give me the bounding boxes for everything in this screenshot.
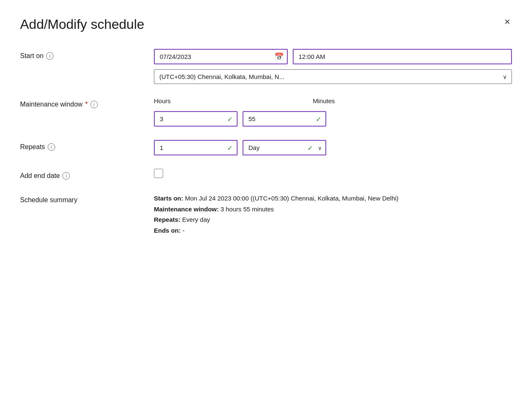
repeats-info-icon[interactable]: i: [48, 143, 55, 151]
repeats-bold-label: Repeats:: [154, 216, 180, 223]
repeats-label: Repeats i: [20, 140, 154, 151]
timezone-select-wrapper: (UTC+05:30) Chennai, Kolkata, Mumbai, N.…: [154, 69, 512, 84]
start-on-info-icon[interactable]: i: [46, 52, 54, 60]
maintenance-summary-value: 3 hours 55 minutes: [220, 206, 274, 213]
summary-repeats: Repeats: Every day: [154, 214, 512, 225]
minutes-input[interactable]: [243, 111, 326, 127]
repeats-controls: ✓ Day Week Month ✓ ∨: [154, 140, 512, 155]
summary-content: Starts on: Mon Jul 24 2023 00:00 ((UTC+0…: [154, 193, 512, 236]
start-on-label: Start on i: [20, 49, 154, 60]
dialog: Add/Modify schedule × Start on i 📅 (UTC+…: [0, 0, 532, 396]
date-input[interactable]: [154, 49, 288, 64]
end-date-checkbox[interactable]: [154, 169, 163, 178]
hours-input-wrapper: ✓: [154, 111, 238, 127]
repeats-count-input[interactable]: [154, 140, 238, 155]
add-end-date-row: Add end date i: [20, 169, 512, 180]
end-date-checkbox-wrapper: [154, 169, 512, 178]
summary-maintenance: Maintenance window: 3 hours 55 minutes: [154, 204, 512, 215]
summary-ends-on: Ends on: -: [154, 225, 512, 236]
starts-on-bold-label: Starts on:: [154, 195, 183, 202]
maintenance-window-row: Maintenance window * i Hours Minutes ✓ ✓: [20, 97, 512, 127]
repeats-row: Repeats i ✓ Day Week Month ✓ ∨: [20, 140, 512, 155]
repeats-inputs: ✓ Day Week Month ✓ ∨: [154, 140, 512, 155]
starts-on-value: Mon Jul 24 2023 00:00 ((UTC+05:30) Chenn…: [185, 195, 399, 202]
timezone-row: (UTC+05:30) Chennai, Kolkata, Mumbai, N.…: [154, 69, 512, 84]
summary-text: Starts on: Mon Jul 24 2023 00:00 ((UTC+0…: [154, 193, 512, 236]
summary-label: Schedule summary: [20, 193, 154, 204]
hours-input[interactable]: [154, 111, 238, 127]
hours-minutes-inputs: ✓ ✓: [154, 111, 512, 127]
dialog-title: Add/Modify schedule: [20, 17, 512, 32]
minutes-input-wrapper: ✓: [243, 111, 326, 127]
end-date-controls: [154, 169, 512, 178]
hours-minutes-labels: Hours Minutes: [154, 97, 512, 104]
date-input-wrapper: 📅: [154, 49, 288, 64]
repeats-count-wrapper: ✓: [154, 140, 238, 155]
start-on-controls: 📅 (UTC+05:30) Chennai, Kolkata, Mumbai, …: [154, 49, 512, 84]
close-button[interactable]: ×: [503, 15, 512, 28]
end-date-info-icon[interactable]: i: [62, 172, 70, 180]
repeats-summary-value: Every day: [182, 216, 210, 223]
maintenance-bold-label: Maintenance window:: [154, 206, 219, 213]
maintenance-controls: Hours Minutes ✓ ✓: [154, 97, 512, 127]
summary-starts-on: Starts on: Mon Jul 24 2023 00:00 ((UTC+0…: [154, 193, 512, 204]
ends-on-bold-label: Ends on:: [154, 227, 181, 234]
add-end-date-label: Add end date i: [20, 169, 154, 180]
required-indicator: *: [85, 101, 87, 108]
minutes-label: Minutes: [313, 97, 396, 104]
time-input[interactable]: [293, 49, 512, 64]
schedule-summary-row: Schedule summary Starts on: Mon Jul 24 2…: [20, 193, 512, 236]
maintenance-info-icon[interactable]: i: [90, 101, 98, 108]
timezone-select[interactable]: (UTC+05:30) Chennai, Kolkata, Mumbai, N.…: [154, 69, 512, 84]
repeats-period-wrapper: Day Week Month ✓ ∨: [243, 140, 326, 155]
ends-on-value: -: [182, 227, 184, 234]
repeats-period-select[interactable]: Day Week Month: [243, 140, 326, 155]
start-on-row: Start on i 📅 (UTC+05:30) Chennai, Kolkat…: [20, 49, 512, 84]
maintenance-label: Maintenance window * i: [20, 97, 154, 108]
date-time-row: 📅: [154, 49, 512, 64]
hours-label: Hours: [154, 97, 238, 104]
